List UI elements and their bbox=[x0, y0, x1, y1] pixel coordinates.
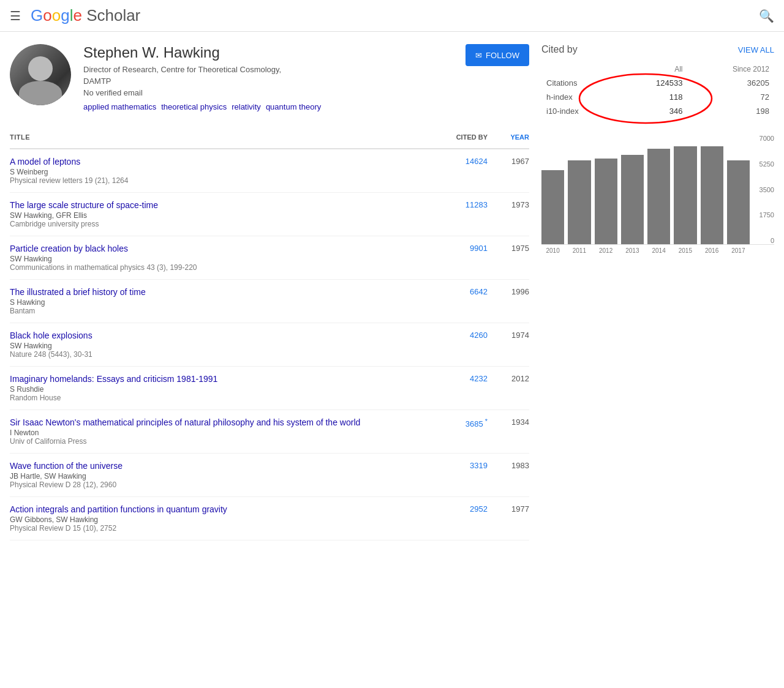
pub-authors: I Newton bbox=[10, 428, 443, 437]
pub-citations[interactable]: 2952 bbox=[443, 504, 492, 514]
pub-citations[interactable]: 14624 bbox=[443, 157, 492, 166]
pub-year: 1996 bbox=[492, 287, 529, 296]
pub-authors: GW Gibbons, SW Hawking bbox=[10, 515, 443, 524]
pub-title-link[interactable]: The illustrated a brief history of time bbox=[10, 287, 443, 297]
interest-applied-mathematics[interactable]: applied mathematics bbox=[83, 102, 156, 111]
pub-year: 1975 bbox=[492, 244, 529, 253]
pub-citations[interactable]: 3685 * bbox=[443, 417, 492, 428]
pub-title-link[interactable]: Black hole explosions bbox=[10, 331, 443, 340]
pub-journal: Physical review letters 19 (21), 1264 bbox=[10, 176, 443, 185]
chart-x-label: 2011 bbox=[568, 247, 590, 254]
pub-journal: Physical Review D 15 (10), 2752 bbox=[10, 524, 443, 533]
pub-info: Sir Isaac Newton's mathematical principl… bbox=[10, 417, 443, 446]
logo-g: G bbox=[31, 6, 43, 24]
pub-authors: JB Hartle, SW Hawking bbox=[10, 472, 443, 480]
pub-title-link[interactable]: Action integrals and partition functions… bbox=[10, 504, 443, 514]
pub-authors: SW Hawking bbox=[10, 342, 443, 350]
stats-row: Citations12453336205 bbox=[541, 76, 774, 90]
pub-authors: SW Hawking bbox=[10, 255, 443, 263]
google-scholar-logo: Google Scholar bbox=[31, 6, 140, 25]
chart-bar bbox=[541, 170, 564, 244]
pub-info: The illustrated a brief history of timeS… bbox=[10, 287, 443, 315]
profile-affiliation-line2: DAMTP bbox=[83, 77, 281, 86]
chart-x-label: 2015 bbox=[674, 247, 696, 254]
scholar-label: Scholar bbox=[86, 6, 140, 24]
pub-info: The large scale structure of space-timeS… bbox=[10, 200, 443, 228]
follow-label: FOLLOW bbox=[486, 51, 519, 60]
chart-x-label: 2014 bbox=[647, 247, 670, 254]
pub-year: 1977 bbox=[492, 504, 529, 514]
chart-y-labels: 7000 5250 3500 1750 0 bbox=[752, 135, 774, 244]
pub-authors: SW Hawking, GFR Ellis bbox=[10, 211, 443, 220]
publications-header: TITLE CITED BY YEAR bbox=[10, 126, 529, 149]
pub-year: 1973 bbox=[492, 200, 529, 209]
pub-citations[interactable]: 6642 bbox=[443, 287, 492, 296]
avatar bbox=[10, 44, 71, 105]
stats-all: 346 bbox=[620, 104, 688, 118]
pub-citations[interactable]: 11283 bbox=[443, 200, 492, 209]
stats-since: 72 bbox=[687, 90, 774, 104]
pub-info: Wave function of the universeJB Hartle, … bbox=[10, 461, 443, 489]
profile-header-row: Stephen W. Hawking Director of Research,… bbox=[83, 44, 529, 102]
pub-citations[interactable]: 4260 bbox=[443, 331, 492, 340]
pub-authors: S Rushdie bbox=[10, 385, 443, 394]
pub-citations[interactable]: 4232 bbox=[443, 374, 492, 383]
pub-citations[interactable]: 9901 bbox=[443, 244, 492, 253]
interest-relativity[interactable]: relativity bbox=[232, 102, 261, 111]
stats-col-all: All bbox=[620, 62, 688, 76]
publication-item: Sir Isaac Newton's mathematical principl… bbox=[10, 410, 529, 454]
pub-title-link[interactable]: The large scale structure of space-time bbox=[10, 200, 443, 210]
publication-item: Wave function of the universeJB Hartle, … bbox=[10, 454, 529, 497]
col-year[interactable]: YEAR bbox=[492, 131, 529, 143]
stats-col-since: Since 2012 bbox=[687, 62, 774, 76]
pub-year: 1974 bbox=[492, 331, 529, 340]
pub-journal: Cambridge university press bbox=[10, 220, 443, 228]
chart-bar bbox=[647, 149, 670, 244]
pub-title-link[interactable]: A model of leptons bbox=[10, 157, 443, 166]
chart-bar bbox=[621, 155, 644, 244]
pub-year: 2012 bbox=[492, 374, 529, 383]
envelope-icon: ✉ bbox=[475, 51, 482, 60]
logo-e: e bbox=[73, 6, 81, 24]
y-label-3500: 3500 bbox=[760, 186, 774, 193]
chart-x-labels: 20102011201220132014201520162017 bbox=[541, 247, 774, 254]
search-icon[interactable]: 🔍 bbox=[759, 9, 774, 23]
pub-journal: Random House bbox=[10, 394, 443, 402]
stats-table: All Since 2012 Citations12453336205h-ind… bbox=[541, 62, 774, 118]
view-all-link[interactable]: VIEW ALL bbox=[738, 45, 774, 54]
pub-year: 1983 bbox=[492, 461, 529, 470]
pub-authors: S Weinberg bbox=[10, 168, 443, 176]
pub-journal: Nature 248 (5443), 30-31 bbox=[10, 350, 443, 359]
publication-item: The illustrated a brief history of timeS… bbox=[10, 280, 529, 323]
left-panel: Stephen W. Hawking Director of Research,… bbox=[10, 44, 529, 540]
stats-label: i10-index bbox=[541, 104, 620, 118]
stats-col-label bbox=[541, 62, 620, 76]
follow-button[interactable]: ✉ FOLLOW bbox=[466, 44, 529, 66]
chart-x-label: 2012 bbox=[595, 247, 617, 254]
profile-info: Stephen W. Hawking Director of Research,… bbox=[83, 44, 281, 102]
interest-theoretical-physics[interactable]: theoretical physics bbox=[161, 102, 227, 111]
stats-since: 198 bbox=[687, 104, 774, 118]
right-panel: Cited by VIEW ALL All Since 2012 Citatio… bbox=[541, 44, 774, 540]
pub-title-link[interactable]: Particle creation by black holes bbox=[10, 244, 443, 253]
logo-o1: o bbox=[43, 6, 51, 24]
pub-year: 1967 bbox=[492, 157, 529, 166]
publications-list: A model of leptonsS WeinbergPhysical rev… bbox=[10, 149, 529, 540]
main-container: Stephen W. Hawking Director of Research,… bbox=[0, 32, 784, 553]
pub-citations[interactable]: 3319 bbox=[443, 461, 492, 470]
pub-year: 1934 bbox=[492, 417, 529, 427]
pub-title-link[interactable]: Sir Isaac Newton's mathematical principl… bbox=[10, 417, 443, 427]
pub-journal: Bantam bbox=[10, 307, 443, 315]
publication-item: Particle creation by black holesSW Hawki… bbox=[10, 236, 529, 280]
chart-bar bbox=[701, 146, 723, 244]
logo-o2: o bbox=[52, 6, 61, 24]
chart-x-label: 2016 bbox=[701, 247, 723, 254]
pub-title-link[interactable]: Imaginary homelands: Essays and criticis… bbox=[10, 374, 443, 384]
chart-bar bbox=[568, 160, 590, 244]
chart-x-label: 2010 bbox=[541, 247, 564, 254]
pub-journal: Univ of California Press bbox=[10, 437, 443, 446]
menu-icon[interactable]: ☰ bbox=[10, 9, 21, 23]
interest-quantum-theory[interactable]: quantum theory bbox=[266, 102, 321, 111]
pub-title-link[interactable]: Wave function of the universe bbox=[10, 461, 443, 471]
stats-label: h-index bbox=[541, 90, 620, 104]
